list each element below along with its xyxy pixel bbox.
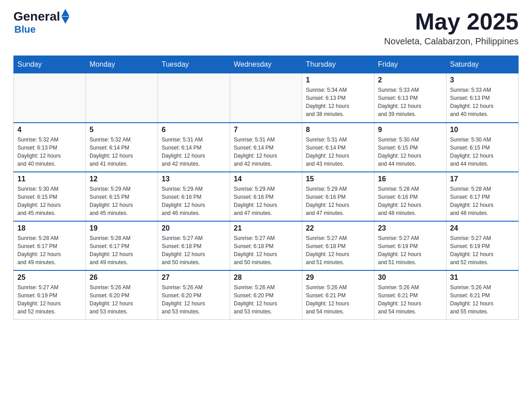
day-number: 8 — [306, 126, 370, 134]
day-info: Sunrise: 5:29 AMSunset: 6:16 PMDaylight:… — [162, 185, 226, 217]
day-of-week-header: Sunday — [14, 56, 86, 73]
calendar-week-row: 11Sunrise: 5:30 AMSunset: 6:15 PMDayligh… — [14, 172, 519, 221]
calendar-week-row: 25Sunrise: 5:27 AMSunset: 6:19 PMDayligh… — [14, 270, 519, 320]
day-number: 23 — [378, 224, 442, 232]
day-of-week-header: Monday — [86, 56, 158, 73]
day-of-week-header: Thursday — [302, 56, 374, 73]
day-info: Sunrise: 5:27 AMSunset: 6:19 PMDaylight:… — [450, 234, 515, 266]
day-info: Sunrise: 5:28 AMSunset: 6:17 PMDaylight:… — [450, 185, 515, 217]
calendar-day-cell: 23Sunrise: 5:27 AMSunset: 6:19 PMDayligh… — [374, 221, 446, 270]
day-info: Sunrise: 5:30 AMSunset: 6:15 PMDaylight:… — [450, 136, 515, 168]
calendar-day-cell: 11Sunrise: 5:30 AMSunset: 6:15 PMDayligh… — [14, 172, 86, 221]
calendar-day-cell: 26Sunrise: 5:26 AMSunset: 6:20 PMDayligh… — [86, 270, 158, 320]
day-number: 20 — [162, 224, 226, 232]
day-info: Sunrise: 5:31 AMSunset: 6:14 PMDaylight:… — [306, 136, 370, 168]
calendar-day-cell: 17Sunrise: 5:28 AMSunset: 6:17 PMDayligh… — [446, 172, 519, 221]
calendar-day-cell: 12Sunrise: 5:29 AMSunset: 6:15 PMDayligh… — [86, 172, 158, 221]
day-info: Sunrise: 5:29 AMSunset: 6:16 PMDaylight:… — [306, 185, 370, 217]
calendar-table: SundayMondayTuesdayWednesdayThursdayFrid… — [13, 56, 519, 320]
day-info: Sunrise: 5:27 AMSunset: 6:19 PMDaylight:… — [378, 234, 442, 266]
calendar-day-cell: 5Sunrise: 5:32 AMSunset: 6:14 PMDaylight… — [86, 123, 158, 172]
calendar-day-cell: 31Sunrise: 5:26 AMSunset: 6:21 PMDayligh… — [446, 270, 519, 320]
day-info: Sunrise: 5:26 AMSunset: 6:20 PMDaylight:… — [234, 283, 298, 316]
month-year-title: May 2025 — [384, 9, 519, 34]
calendar-week-row: 4Sunrise: 5:32 AMSunset: 6:13 PMDaylight… — [14, 123, 519, 172]
day-info: Sunrise: 5:29 AMSunset: 6:16 PMDaylight:… — [234, 185, 298, 217]
day-number: 6 — [162, 126, 226, 134]
day-number: 11 — [17, 175, 82, 183]
day-info: Sunrise: 5:28 AMSunset: 6:17 PMDaylight:… — [17, 234, 82, 266]
day-info: Sunrise: 5:32 AMSunset: 6:13 PMDaylight:… — [17, 136, 82, 168]
calendar-day-cell: 7Sunrise: 5:31 AMSunset: 6:14 PMDaylight… — [230, 123, 302, 172]
day-number: 31 — [450, 274, 515, 282]
calendar-header-row: SundayMondayTuesdayWednesdayThursdayFrid… — [14, 56, 519, 73]
day-info: Sunrise: 5:27 AMSunset: 6:18 PMDaylight:… — [306, 234, 370, 266]
day-info: Sunrise: 5:34 AMSunset: 6:13 PMDaylight:… — [306, 86, 370, 118]
logo-blue-text: Blue — [14, 24, 69, 35]
calendar-day-cell: 10Sunrise: 5:30 AMSunset: 6:15 PMDayligh… — [446, 123, 519, 172]
calendar-day-cell: 18Sunrise: 5:28 AMSunset: 6:17 PMDayligh… — [14, 221, 86, 270]
day-info: Sunrise: 5:27 AMSunset: 6:18 PMDaylight:… — [234, 234, 298, 266]
calendar-day-cell: 27Sunrise: 5:26 AMSunset: 6:20 PMDayligh… — [158, 270, 230, 320]
day-number: 21 — [234, 224, 298, 232]
day-of-week-header: Wednesday — [230, 56, 302, 73]
calendar-day-cell: 22Sunrise: 5:27 AMSunset: 6:18 PMDayligh… — [302, 221, 374, 270]
day-info: Sunrise: 5:26 AMSunset: 6:20 PMDaylight:… — [162, 283, 226, 316]
calendar-day-cell: 15Sunrise: 5:29 AMSunset: 6:16 PMDayligh… — [302, 172, 374, 221]
calendar-day-cell: 1Sunrise: 5:34 AMSunset: 6:13 PMDaylight… — [302, 73, 374, 123]
calendar-day-cell: 4Sunrise: 5:32 AMSunset: 6:13 PMDaylight… — [14, 123, 86, 172]
calendar-day-cell: 29Sunrise: 5:26 AMSunset: 6:21 PMDayligh… — [302, 270, 374, 320]
day-number: 3 — [450, 76, 515, 84]
day-info: Sunrise: 5:31 AMSunset: 6:14 PMDaylight:… — [234, 136, 298, 168]
page-header: General Blue May 2025 Noveleta, Calabarz… — [13, 9, 519, 47]
day-number: 14 — [234, 175, 298, 183]
day-number: 12 — [90, 175, 154, 183]
day-number: 17 — [450, 175, 515, 183]
calendar-day-cell: 9Sunrise: 5:30 AMSunset: 6:15 PMDaylight… — [374, 123, 446, 172]
day-info: Sunrise: 5:26 AMSunset: 6:20 PMDaylight:… — [90, 283, 154, 316]
day-number: 4 — [17, 126, 82, 134]
day-number: 9 — [378, 126, 442, 134]
day-info: Sunrise: 5:30 AMSunset: 6:15 PMDaylight:… — [378, 136, 442, 168]
day-info: Sunrise: 5:33 AMSunset: 6:13 PMDaylight:… — [450, 86, 515, 118]
calendar-day-cell: 28Sunrise: 5:26 AMSunset: 6:20 PMDayligh… — [230, 270, 302, 320]
title-section: May 2025 Noveleta, Calabarzon, Philippin… — [384, 9, 519, 47]
day-of-week-header: Saturday — [446, 56, 519, 73]
day-number: 18 — [17, 224, 82, 232]
day-number: 29 — [306, 274, 370, 282]
day-info: Sunrise: 5:33 AMSunset: 6:13 PMDaylight:… — [378, 86, 442, 118]
calendar-day-cell: 14Sunrise: 5:29 AMSunset: 6:16 PMDayligh… — [230, 172, 302, 221]
day-info: Sunrise: 5:27 AMSunset: 6:19 PMDaylight:… — [17, 283, 82, 316]
calendar-week-row: 18Sunrise: 5:28 AMSunset: 6:17 PMDayligh… — [14, 221, 519, 270]
day-number: 5 — [90, 126, 154, 134]
day-number: 25 — [17, 274, 82, 282]
logo-triangle-up-icon — [61, 9, 69, 16]
day-number: 28 — [234, 274, 298, 282]
day-info: Sunrise: 5:26 AMSunset: 6:21 PMDaylight:… — [450, 283, 515, 316]
day-number: 19 — [90, 224, 154, 232]
day-number: 15 — [306, 175, 370, 183]
day-number: 7 — [234, 126, 298, 134]
calendar-day-cell — [230, 73, 302, 123]
logo: General Blue — [13, 9, 69, 35]
calendar-day-cell: 3Sunrise: 5:33 AMSunset: 6:13 PMDaylight… — [446, 73, 519, 123]
day-number: 16 — [378, 175, 442, 183]
calendar-day-cell: 8Sunrise: 5:31 AMSunset: 6:14 PMDaylight… — [302, 123, 374, 172]
day-number: 26 — [90, 274, 154, 282]
calendar-day-cell: 2Sunrise: 5:33 AMSunset: 6:13 PMDaylight… — [374, 73, 446, 123]
calendar-day-cell: 25Sunrise: 5:27 AMSunset: 6:19 PMDayligh… — [14, 270, 86, 320]
day-of-week-header: Friday — [374, 56, 446, 73]
calendar-day-cell — [158, 73, 230, 123]
calendar-day-cell: 24Sunrise: 5:27 AMSunset: 6:19 PMDayligh… — [446, 221, 519, 270]
day-info: Sunrise: 5:28 AMSunset: 6:16 PMDaylight:… — [378, 185, 442, 217]
day-info: Sunrise: 5:26 AMSunset: 6:21 PMDaylight:… — [306, 283, 370, 316]
day-of-week-header: Tuesday — [158, 56, 230, 73]
day-number: 27 — [162, 274, 226, 282]
location-subtitle: Noveleta, Calabarzon, Philippines — [384, 36, 519, 47]
day-number: 30 — [378, 274, 442, 282]
day-info: Sunrise: 5:30 AMSunset: 6:15 PMDaylight:… — [17, 185, 82, 217]
day-number: 24 — [450, 224, 515, 232]
day-info: Sunrise: 5:27 AMSunset: 6:18 PMDaylight:… — [162, 234, 226, 266]
logo-general: General — [13, 9, 60, 24]
calendar-day-cell: 16Sunrise: 5:28 AMSunset: 6:16 PMDayligh… — [374, 172, 446, 221]
